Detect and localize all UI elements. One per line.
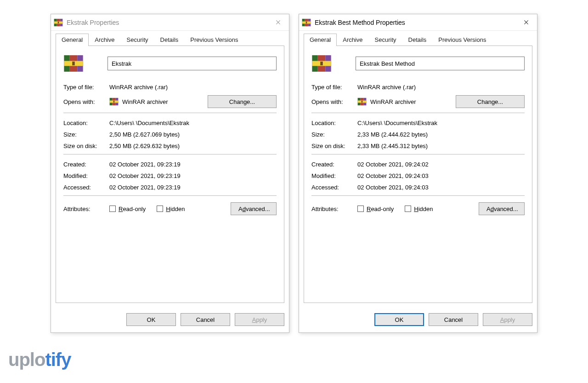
- advanced-button[interactable]: Advanced...: [231, 202, 277, 215]
- file-name-input[interactable]: [107, 57, 277, 70]
- label-attributes: Attributes:: [311, 206, 357, 212]
- file-type-icon: [63, 53, 84, 74]
- value-accessed: 02 October 2021, 09:24:03: [357, 184, 525, 191]
- label-modified: Modified:: [63, 172, 109, 179]
- titlebar[interactable]: Ekstrak Best Method Properties: [299, 14, 537, 31]
- value-size: 2,33 MB (2.444.622 bytes): [357, 131, 525, 138]
- checkbox-hidden[interactable]: [157, 206, 163, 212]
- checkbox-readonly[interactable]: [109, 206, 116, 212]
- change-button[interactable]: Change...: [208, 95, 277, 108]
- label-readonly: Read-only: [367, 206, 394, 212]
- value-type-of-file: WinRAR archive (.rar): [357, 84, 525, 91]
- apply-button: Apply: [483, 313, 532, 326]
- value-type-of-file: WinRAR archive (.rar): [109, 84, 277, 91]
- label-modified: Modified:: [311, 172, 357, 179]
- separator: [311, 154, 525, 154]
- label-size: Size:: [63, 131, 109, 138]
- separator: [63, 113, 277, 113]
- ok-button[interactable]: OK: [374, 313, 424, 326]
- opens-with-app: WinRAR archiver: [122, 98, 168, 105]
- value-size: 2,50 MB (2.627.069 bytes): [109, 131, 277, 138]
- general-panel: Type of file: WinRAR archive (.rar) Open…: [56, 46, 284, 303]
- dialog-footer: OK Cancel Apply: [299, 308, 537, 332]
- value-created: 02 October 2021, 09:24:02: [357, 161, 525, 168]
- label-type-of-file: Type of file:: [63, 84, 109, 91]
- dialog-pair: Ekstrak Properties General Archive Secur…: [0, 0, 588, 347]
- tab-details[interactable]: Details: [154, 34, 185, 46]
- label-hidden: Hidden: [414, 206, 433, 212]
- checkbox-hidden[interactable]: [405, 206, 411, 212]
- label-attributes: Attributes:: [63, 206, 109, 212]
- label-accessed: Accessed:: [63, 184, 109, 191]
- winrar-icon: [357, 97, 367, 106]
- value-modified: 02 October 2021, 09:23:19: [109, 172, 277, 179]
- ok-button[interactable]: OK: [126, 313, 176, 326]
- cancel-button[interactable]: Cancel: [181, 313, 230, 326]
- separator: [311, 113, 525, 113]
- window-title: Ekstrak Best Method Properties: [315, 19, 519, 26]
- value-location: C:\Users\ \Documents\Ekstrak: [357, 120, 525, 126]
- tab-general[interactable]: General: [56, 34, 89, 46]
- label-size-on-disk: Size on disk:: [311, 143, 357, 149]
- value-location: C:\Users\ \Documents\Ekstrak: [109, 120, 277, 126]
- separator: [63, 154, 277, 154]
- label-size-on-disk: Size on disk:: [63, 143, 109, 149]
- watermark: uplotify: [8, 349, 71, 370]
- label-location: Location:: [63, 120, 109, 126]
- value-size-on-disk: 2,33 MB (2.445.312 bytes): [357, 143, 525, 149]
- checkbox-readonly[interactable]: [357, 206, 364, 212]
- tab-archive[interactable]: Archive: [89, 34, 120, 46]
- value-created: 02 October 2021, 09:23:19: [109, 161, 277, 168]
- label-opens-with: Opens with:: [311, 98, 357, 105]
- dialog-footer: OK Cancel Apply: [51, 308, 289, 332]
- tab-security[interactable]: Security: [369, 34, 402, 46]
- separator: [311, 195, 525, 196]
- cancel-button[interactable]: Cancel: [429, 313, 478, 326]
- label-location: Location:: [311, 120, 357, 126]
- properties-dialog-left: Ekstrak Properties General Archive Secur…: [51, 14, 289, 333]
- tab-previous-versions[interactable]: Previous Versions: [432, 34, 492, 46]
- tab-archive[interactable]: Archive: [337, 34, 368, 46]
- change-button[interactable]: Change...: [456, 95, 525, 108]
- label-type-of-file: Type of file:: [311, 84, 357, 91]
- value-size-on-disk: 2,50 MB (2.629.632 bytes): [109, 143, 277, 149]
- advanced-button[interactable]: Advanced...: [479, 202, 525, 215]
- opens-with-app: WinRAR archiver: [370, 98, 416, 105]
- separator: [63, 195, 277, 196]
- tab-strip: General Archive Security Details Previou…: [51, 31, 289, 46]
- tab-general[interactable]: General: [304, 34, 337, 46]
- label-accessed: Accessed:: [311, 184, 357, 191]
- properties-dialog-right: Ekstrak Best Method Properties General A…: [299, 14, 537, 333]
- tab-strip: General Archive Security Details Previou…: [299, 31, 537, 46]
- window-title: Ekstrak Properties: [67, 19, 271, 26]
- value-modified: 02 October 2021, 09:24:03: [357, 172, 525, 179]
- close-icon[interactable]: [519, 16, 533, 29]
- close-icon[interactable]: [271, 16, 285, 29]
- label-size: Size:: [311, 131, 357, 138]
- tab-security[interactable]: Security: [121, 34, 154, 46]
- label-opens-with: Opens with:: [63, 98, 109, 105]
- tab-previous-versions[interactable]: Previous Versions: [184, 34, 244, 46]
- general-panel: Type of file: WinRAR archive (.rar) Open…: [304, 46, 532, 303]
- label-hidden: Hidden: [166, 206, 185, 212]
- file-type-icon: [311, 53, 332, 74]
- winrar-icon: [302, 18, 311, 27]
- value-accessed: 02 October 2021, 09:23:19: [109, 184, 277, 191]
- label-created: Created:: [311, 161, 357, 168]
- tab-details[interactable]: Details: [402, 34, 433, 46]
- winrar-icon: [109, 97, 119, 106]
- titlebar[interactable]: Ekstrak Properties: [51, 14, 289, 31]
- winrar-icon: [54, 18, 63, 27]
- file-name-input[interactable]: [356, 57, 525, 70]
- label-readonly: Read-only: [119, 206, 146, 212]
- label-created: Created:: [63, 161, 109, 168]
- apply-button: Apply: [235, 313, 284, 326]
